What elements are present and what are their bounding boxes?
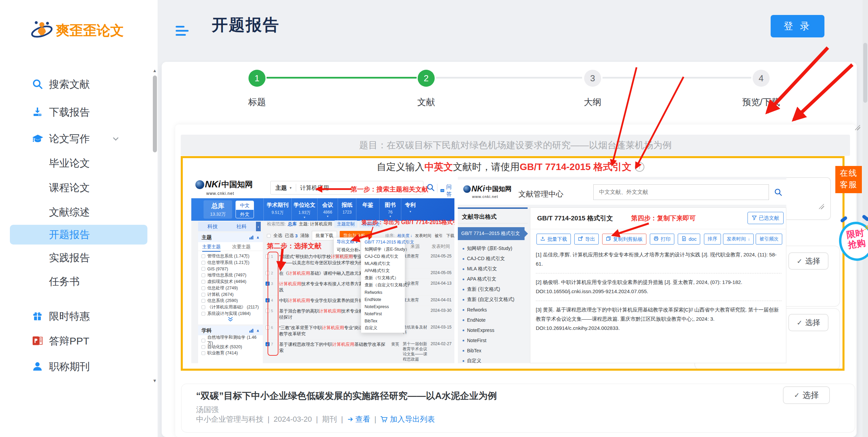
ppt-icon bbox=[32, 335, 44, 347]
hamburger-menu-icon[interactable] bbox=[176, 26, 189, 39]
bullet-icon bbox=[463, 299, 464, 301]
caret-down-icon: ▾ bbox=[290, 186, 292, 190]
step-connector bbox=[267, 77, 417, 79]
subject-checkbox-list: 自然地理学和测绘学 (1.46万)自动化技术 (5320)职业教育 (7414) bbox=[200, 337, 261, 356]
search-field-selector: 主题 bbox=[271, 184, 290, 192]
topic-custom-chip: 主题定制 bbox=[334, 220, 357, 228]
topic-banner: 题目：在双碳目标下民航对绿色机场建设要求的研究——以烟台蓬莱机场为例 bbox=[181, 135, 850, 156]
resize-grip-icon[interactable] bbox=[855, 125, 860, 130]
step-4-circle[interactable]: 4 bbox=[753, 70, 770, 87]
online-service-badge[interactable]: 在线 客服 bbox=[835, 166, 862, 193]
step-1-circle[interactable]: 1 bbox=[248, 70, 266, 87]
row-source bbox=[403, 308, 431, 320]
scroll-up-icon[interactable]: ▲ bbox=[152, 68, 157, 73]
subject-filter-option: 自然地理学和测绘学 (1.46万) bbox=[200, 337, 261, 344]
page-scrollbar-thumb[interactable] bbox=[863, 43, 867, 103]
article-meta: 中小企业管理与科技| 2024-03-20| 期刊| 查看 | 加入导出列表 bbox=[196, 414, 435, 424]
manager-sidebar-title: 文献导出格式 bbox=[462, 213, 497, 221]
select-button[interactable]: ✓ 选择 bbox=[788, 252, 829, 270]
checkbox-icon bbox=[202, 267, 205, 271]
select-button-label: 选择 bbox=[805, 318, 820, 328]
sidebar-item-实践报告[interactable]: 实践报告 bbox=[0, 248, 158, 268]
action-doc: doc bbox=[678, 234, 700, 245]
action-buttons: 批量下载导出复制到剪贴板打印doc bbox=[536, 234, 700, 245]
cnki-topbar: NKi 中国知网 www.cnki.net 主题 ▾ 计算机应用 第一步：搜索主… bbox=[191, 177, 454, 198]
sidebar-item-课程论文[interactable]: 课程论文 bbox=[0, 178, 158, 198]
notice-highlight: 中英文 bbox=[424, 161, 453, 173]
cnki-logo-cn: 中国知网 bbox=[222, 179, 253, 190]
add-to-export-link[interactable]: 加入导出列表 bbox=[380, 414, 435, 424]
cnki-search-screenshot: NKi 中国知网 www.cnki.net 主题 ▾ 计算机应用 第一步：搜索主… bbox=[191, 177, 454, 363]
sidebar-item-搜索文献[interactable]: 搜索文献 bbox=[0, 74, 158, 94]
format-menu-item: 知网研学（原E-Study） bbox=[361, 246, 405, 253]
row-author: 黄英 bbox=[391, 341, 403, 362]
select-button[interactable]: ✓ 选择 bbox=[788, 314, 829, 331]
check-icon: ✓ bbox=[794, 391, 800, 399]
cnki-globe-icon bbox=[463, 185, 471, 193]
manager-topbar: NKi 中国知网 www.cnki.net 文献管理中心 bbox=[458, 180, 786, 205]
login-button[interactable]: 登 录 bbox=[771, 15, 824, 37]
bar-chart-icon bbox=[249, 329, 254, 333]
sidebar-item-开题报告[interactable]: 开题报告 bbox=[10, 225, 147, 245]
step3-annotation: 第三步：导出为 GB/T 7714-2015格式引文 bbox=[361, 219, 454, 226]
format-item: NoteFirst bbox=[458, 335, 528, 346]
checkbox-icon bbox=[202, 280, 205, 284]
gift-icon bbox=[32, 310, 44, 322]
format-menu-item: 查新（引文格式） bbox=[361, 274, 405, 282]
reference-entry: [1] 岳佳欣,李辉. 计算机应用技术专业专本衔接人才培养方案的设计与实践 [J… bbox=[536, 246, 782, 273]
cnki-url: www.cnki.net bbox=[472, 195, 498, 199]
topic-filter-option: 管理信息系统 (1.74万) bbox=[200, 253, 261, 259]
topic-filter-option: 《计算机应用基础》 (2117) bbox=[200, 304, 261, 310]
sidebar-scrollbar-thumb[interactable] bbox=[153, 75, 157, 152]
sort-发表时间: 发表时间↓ bbox=[723, 234, 754, 245]
references-list: [1] 岳佳欣,李辉. 计算机应用技术专业专本衔接人才培养方案的设计与实践 [J… bbox=[536, 246, 782, 337]
search-icon bbox=[774, 188, 783, 198]
checkbox-icon bbox=[202, 293, 205, 297]
sidebar-item-文献综述[interactable]: 文献综述 bbox=[0, 202, 158, 222]
resize-grip-icon[interactable] bbox=[819, 204, 824, 209]
user-icon bbox=[32, 360, 44, 373]
select-button-label: 选择 bbox=[805, 256, 820, 266]
bullet-icon bbox=[463, 340, 464, 341]
step2-annotation: 第二步：选择文献 bbox=[267, 241, 321, 251]
checkbox-column-highlight bbox=[268, 252, 278, 356]
scroll-down-icon[interactable]: ▼ bbox=[152, 378, 157, 383]
chevron-down-icon bbox=[111, 134, 120, 143]
topic-filter-option: 计算机 (2674) bbox=[200, 291, 261, 298]
sidebar-item-答辩PPT[interactable]: 答辩PPT bbox=[0, 331, 158, 351]
article-source: 中小企业管理与科技 bbox=[196, 414, 263, 424]
step-3-circle[interactable]: 3 bbox=[584, 70, 601, 87]
brand-logo[interactable]: 爽歪歪论文 bbox=[30, 17, 124, 44]
nav-col-会议: 会议4866▾ bbox=[317, 198, 338, 221]
sidebar-item-论文写作[interactable]: 论文写作 bbox=[0, 129, 158, 149]
bullet-icon bbox=[463, 330, 464, 331]
format-menu-item: CAJ-CD 格式引文 bbox=[361, 253, 405, 260]
step-1-label: 标题 bbox=[220, 96, 294, 108]
step-2-circle[interactable]: 2 bbox=[418, 70, 435, 87]
sidebar-item-任务书[interactable]: 任务书 bbox=[0, 272, 158, 291]
sort-被引频次: 被引频次 bbox=[756, 234, 782, 245]
sidebar-item-label: 课程论文 bbox=[49, 181, 90, 195]
select-button[interactable]: ✓ 选择 bbox=[783, 386, 830, 404]
sidebar: 爽歪歪论文 搜索文献下载报告论文写作毕业论文课程论文文献综述开题报告实践报告任务… bbox=[0, 0, 158, 437]
info-icon[interactable]: i bbox=[635, 162, 644, 172]
selected-docs-button: 已选文献 bbox=[748, 212, 784, 224]
topic-filter-option: 虚拟现实技术 (4494) bbox=[200, 279, 261, 285]
topic-filter-option: GIS (9787) bbox=[200, 266, 261, 272]
step-connector bbox=[602, 77, 751, 79]
sidebar-item-毕业论文[interactable]: 毕业论文 bbox=[0, 153, 158, 173]
notice-text: 文献时，请使用 bbox=[453, 161, 520, 173]
topic-filter-option: 信息系统 (2590) bbox=[200, 298, 261, 304]
select-all-checkbox bbox=[267, 234, 271, 238]
view-link[interactable]: 查看 bbox=[347, 414, 370, 424]
sidebar-item-下载报告[interactable]: 下载报告 bbox=[0, 102, 158, 122]
step-4-label: 预览/下载 bbox=[724, 96, 799, 108]
sidebar-item-职称期刊[interactable]: 职称期刊 bbox=[0, 357, 158, 376]
subject-filter-option: 职业教育 (7414) bbox=[200, 350, 261, 357]
copy-icon bbox=[606, 236, 611, 242]
bar-chart-icon bbox=[249, 235, 254, 240]
format-item: Refworks bbox=[458, 305, 528, 315]
sidebar-item-限时特惠[interactable]: 限时特惠 bbox=[0, 306, 158, 326]
sort-option: 下载 bbox=[446, 233, 454, 239]
expand-more-icon bbox=[198, 317, 263, 323]
